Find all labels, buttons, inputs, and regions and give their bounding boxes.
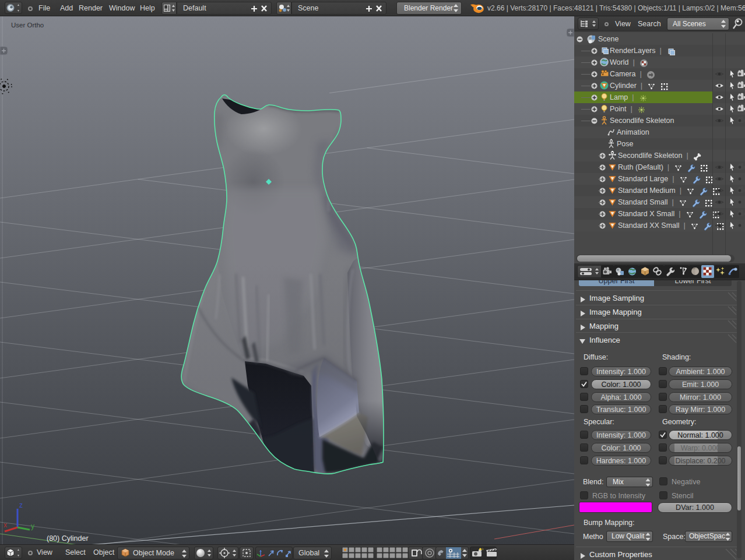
svg-text:z: z bbox=[19, 501, 23, 509]
svg-text:x: x bbox=[3, 521, 7, 529]
svg-text:y: y bbox=[31, 522, 34, 530]
